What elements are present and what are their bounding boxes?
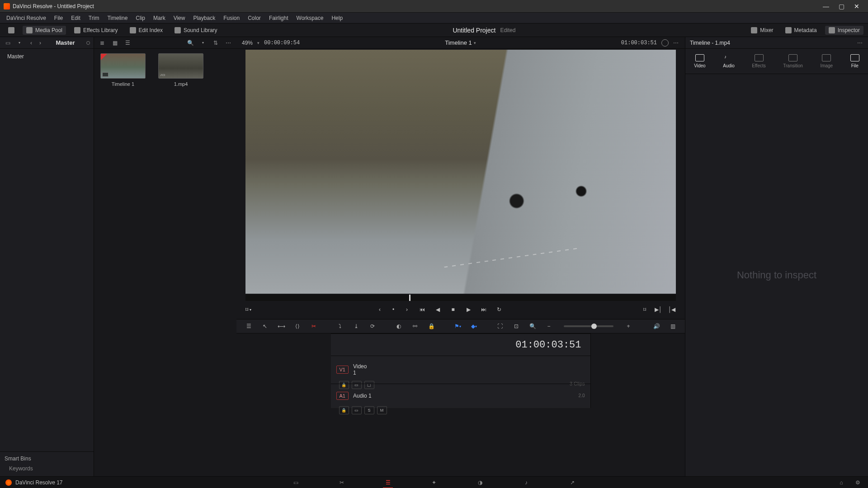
inspector-more-button[interactable]: ⋯: [857, 40, 863, 46]
audio-monitor-button[interactable]: 🔊: [651, 322, 661, 331]
clip-item-timeline[interactable]: Timeline 1: [100, 53, 146, 87]
minimize-button[interactable]: —: [818, 2, 834, 11]
bin-layout-button[interactable]: ▭: [4, 39, 12, 47]
effects-library-toggle[interactable]: Effects Library: [71, 26, 121, 35]
menu-edit[interactable]: Edit: [67, 14, 84, 22]
bin-tree-master[interactable]: Master: [5, 52, 89, 61]
fusion-page-button[interactable]: ✦: [429, 479, 439, 487]
color-page-button[interactable]: ◑: [475, 479, 485, 487]
expand-ui-button[interactable]: [5, 26, 18, 35]
trim-tool-button[interactable]: ⟷: [276, 322, 286, 331]
lock-button[interactable]: 🔒: [426, 322, 436, 331]
play-reverse-button[interactable]: ◀: [434, 305, 442, 314]
pool-more-button[interactable]: ⋯: [224, 38, 233, 47]
chevron-down-icon[interactable]: ▾: [474, 41, 476, 45]
match-frame-dropdown[interactable]: ⌑▾: [245, 306, 251, 313]
scrubber-playhead[interactable]: [409, 295, 410, 301]
meters-button[interactable]: ▥: [668, 322, 678, 331]
close-button[interactable]: ✕: [849, 2, 864, 11]
inspector-toggle[interactable]: Inspector: [825, 26, 863, 35]
audio-lock-button[interactable]: 🔒: [339, 406, 349, 414]
menu-davinci[interactable]: DaVinci Resolve: [3, 14, 50, 22]
nav-fwd-button[interactable]: ›: [36, 39, 44, 47]
edit-index-toggle[interactable]: Edit Index: [126, 26, 166, 35]
mixer-toggle[interactable]: Mixer: [747, 26, 777, 35]
timeline-view-options-button[interactable]: ☰: [244, 322, 254, 331]
menu-mark[interactable]: Mark: [150, 14, 169, 22]
inspector-tab-effects[interactable]: Effects: [752, 54, 765, 68]
menu-view[interactable]: View: [170, 14, 189, 22]
nav-back-button[interactable]: ‹: [27, 39, 35, 47]
media-pool-toggle[interactable]: Media Pool: [23, 26, 66, 35]
bypass-color-icon[interactable]: [661, 39, 669, 47]
flag-dropdown[interactable]: ⚑▾: [453, 322, 462, 331]
first-frame-button[interactable]: ⏮: [418, 305, 426, 314]
prev-edit-button[interactable]: │◀: [668, 305, 676, 314]
viewer-more-button[interactable]: ⋯: [673, 40, 679, 46]
deliver-page-button[interactable]: ↗: [567, 479, 577, 487]
chevron-down-icon[interactable]: ▾: [15, 39, 24, 47]
chevron-down-icon[interactable]: ▾: [257, 41, 259, 45]
inspector-tab-image[interactable]: Image: [820, 54, 833, 68]
mark-out-button[interactable]: ›: [403, 305, 411, 314]
custom-zoom-button[interactable]: 🔍: [528, 322, 538, 331]
menu-fusion[interactable]: Fusion: [220, 14, 243, 22]
chevron-down-icon[interactable]: ▾: [198, 38, 208, 47]
overwrite-clip-button[interactable]: ⤓: [351, 322, 361, 331]
inspector-tab-audio[interactable]: ♪Audio: [723, 54, 735, 68]
pool-strip-view-button[interactable]: ☰: [123, 38, 132, 47]
mark-in-button[interactable]: ‹: [376, 305, 384, 314]
single-viewer-button[interactable]: ⌑: [641, 305, 649, 314]
menu-trim[interactable]: Trim: [85, 14, 103, 22]
mute-button[interactable]: M: [377, 406, 387, 414]
stop-button[interactable]: ■: [449, 305, 457, 314]
replace-clip-button[interactable]: ⟳: [368, 322, 377, 331]
edit-page-button[interactable]: ☰: [383, 479, 393, 487]
loop-button[interactable]: ↻: [495, 305, 503, 314]
pool-list-view-button[interactable]: ≣: [98, 38, 107, 47]
detail-zoom-button[interactable]: ⊡: [511, 322, 521, 331]
solo-button[interactable]: S: [364, 406, 374, 414]
selection-tool-button[interactable]: ↖: [260, 322, 270, 331]
menu-workspace[interactable]: Workspace: [293, 14, 327, 22]
sound-library-toggle[interactable]: Sound Library: [171, 26, 221, 35]
blade-tool-button[interactable]: ✂: [309, 322, 319, 331]
insert-clip-button[interactable]: ⤵: [335, 322, 345, 331]
menu-help[interactable]: Help: [328, 14, 346, 22]
zoom-slider[interactable]: [564, 325, 613, 327]
fairlight-page-button[interactable]: ♪: [521, 479, 531, 487]
project-settings-button[interactable]: ⚙: [853, 479, 863, 487]
pool-thumb-view-button[interactable]: ▦: [110, 38, 119, 47]
next-edit-button[interactable]: ▶│: [654, 305, 662, 314]
clip-item-video[interactable]: ♪▭ 1.mp4: [158, 53, 203, 87]
menu-clip[interactable]: Clip: [132, 14, 149, 22]
menu-playback[interactable]: Playback: [189, 14, 219, 22]
viewer-canvas[interactable]: [245, 50, 676, 294]
link-button[interactable]: ⚯: [410, 322, 420, 331]
menu-color[interactable]: Color: [244, 14, 264, 22]
inspector-tab-video[interactable]: Video: [694, 54, 705, 68]
timeline-timecode[interactable]: 01:00:03:51: [331, 334, 590, 356]
pool-search-button[interactable]: 🔍: [186, 38, 195, 47]
menu-fairlight[interactable]: Fairlight: [265, 14, 292, 22]
timeline-name-dropdown[interactable]: Timeline 1: [445, 39, 472, 46]
smart-bin-keywords[interactable]: Keywords: [5, 465, 89, 473]
record-timecode[interactable]: 01:00:03:51: [621, 40, 657, 46]
menu-timeline[interactable]: Timeline: [104, 14, 131, 22]
play-button[interactable]: ▶: [464, 305, 472, 314]
last-frame-button[interactable]: ⏭: [480, 305, 488, 314]
metadata-toggle[interactable]: Metadata: [782, 26, 821, 35]
media-page-button[interactable]: ▭: [291, 479, 301, 487]
snap-button[interactable]: ◐: [394, 322, 404, 331]
pool-sort-button[interactable]: ⇅: [211, 38, 220, 47]
menu-file[interactable]: File: [51, 14, 66, 22]
full-extent-zoom-button[interactable]: ⛶: [495, 322, 505, 331]
zoom-slider-knob[interactable]: [591, 324, 597, 329]
zoom-out-button[interactable]: −: [544, 322, 554, 331]
viewer-zoom[interactable]: 49%: [242, 40, 253, 46]
marker-dropdown[interactable]: ◆▾: [469, 322, 479, 331]
home-button[interactable]: ⌂: [836, 479, 846, 487]
dynamic-trim-button[interactable]: ⟨⟩: [292, 322, 302, 331]
cut-page-button[interactable]: ✂: [337, 479, 347, 487]
audio-enable-button[interactable]: ▭: [352, 406, 362, 414]
